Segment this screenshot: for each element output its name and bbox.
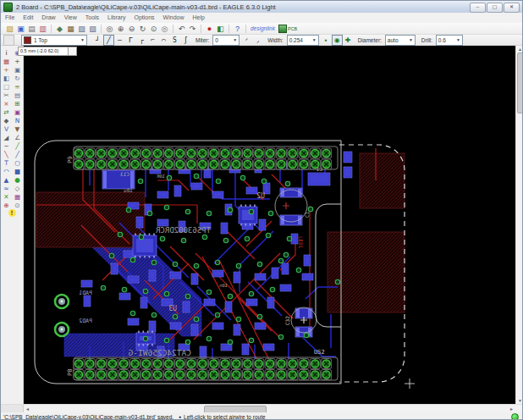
tool-optimize-icon[interactable]: ~ — [2, 141, 12, 150]
help-icon[interactable]: ? — [232, 24, 243, 34]
tool-hole-icon[interactable]: ◇ — [13, 184, 23, 192]
tool-lock-icon[interactable]: ◆ — [2, 116, 12, 124]
wire-bend-style-4[interactable]: ┌ — [136, 35, 147, 46]
tool-wire-icon[interactable]: ╱ — [13, 150, 23, 158]
tool-split-icon[interactable]: ∠ — [13, 133, 23, 141]
tool-change-icon[interactable]: ≡ — [13, 82, 23, 91]
tool-display-icon[interactable]: ▦ — [2, 57, 12, 65]
tool-warning-icon[interactable]: ! — [8, 209, 16, 217]
zoom-redraw-icon[interactable]: ↻ — [137, 24, 148, 34]
wire-bend-style-7[interactable]: S — [169, 35, 180, 46]
open-icon[interactable]: ▨ — [4, 24, 15, 34]
use-library-icon[interactable]: ▦ — [65, 24, 76, 34]
print-icon[interactable]: ▤ — [26, 24, 37, 34]
diameter-select[interactable]: auto ▼ — [385, 35, 416, 46]
menu-window[interactable]: Window — [159, 13, 189, 23]
scroll-left-icon[interactable]: ◄ — [25, 406, 30, 412]
tool-value-icon[interactable]: V — [2, 124, 12, 133]
menu-help[interactable]: Help — [189, 13, 209, 23]
zoom-select-icon[interactable]: ⊙ — [148, 24, 159, 34]
horizontal-scrollbar[interactable]: ◄ ► — [1, 404, 523, 412]
miter-style-0[interactable]: ◜ — [241, 35, 252, 46]
tool-mirror-icon[interactable]: ◧ — [2, 74, 12, 82]
via-shape-0[interactable]: ▪ — [321, 35, 332, 46]
tool-add-icon[interactable]: ⊞ — [13, 99, 23, 108]
scroll-right-icon[interactable]: ► — [509, 406, 514, 412]
layer-color-button[interactable] — [3, 35, 14, 46]
tool-ratsnest-off-icon[interactable]: ▦ — [13, 192, 23, 201]
wire-bend-style-2[interactable]: — — [114, 35, 125, 46]
minimize-button[interactable]: – — [470, 3, 486, 13]
menu-view[interactable]: View — [60, 13, 81, 23]
design-link-button[interactable]: designlink — [250, 25, 275, 31]
menu-draw[interactable]: Draw — [37, 13, 59, 23]
menu-edit[interactable]: Edit — [19, 13, 37, 23]
tool-group-icon[interactable]: □ — [2, 82, 12, 91]
schematic-icon[interactable]: ◆ — [54, 24, 65, 34]
wire-bend-style-1[interactable]: ╱ — [103, 35, 114, 46]
menu-library[interactable]: Library — [103, 13, 129, 23]
drill-select[interactable]: 0.6 ▼ — [436, 35, 463, 46]
pcb-drawing[interactable]: P9P8C1310u10K10nU2U3US2C32C1LED1L1CAT24C… — [24, 46, 515, 404]
vertical-scrollbar[interactable]: ▲ ▼ — [515, 46, 523, 404]
wire-bend-style-6[interactable]: ⌒ — [158, 35, 169, 46]
tool-ratsnest-icon[interactable]: ✕ — [2, 192, 12, 201]
load-sheet-icon[interactable]: ▧ — [76, 24, 87, 34]
tool-errors-icon[interactable]: ⊕ — [2, 201, 12, 209]
miter-style-1[interactable]: ◞ — [252, 35, 263, 46]
menu-options[interactable]: Options — [129, 13, 158, 23]
tool-via-icon[interactable]: ● — [13, 175, 23, 184]
tool-replace-icon[interactable]: ▣ — [13, 108, 23, 116]
tool-paste-icon[interactable]: ▤ — [13, 91, 23, 99]
wire-bend-style-3[interactable]: Γ — [125, 35, 136, 46]
zoom-last-icon[interactable]: ◎ — [159, 24, 170, 34]
tool-info-icon[interactable]: i — [2, 48, 12, 57]
redo-icon[interactable]: ↷ — [187, 24, 198, 34]
zoom-fit-icon[interactable]: ◎ — [104, 24, 115, 34]
pcb-service-button[interactable]: PCB — [278, 25, 297, 33]
tool-route-icon[interactable]: ╱ — [13, 141, 23, 150]
tool-text-icon[interactable]: T — [2, 158, 12, 167]
save-icon[interactable]: ▣ — [15, 24, 26, 34]
zoom-in-icon[interactable]: ⊕ — [115, 24, 126, 34]
tool-circle-icon[interactable]: ○ — [13, 158, 23, 167]
stop-icon[interactable]: ● — [204, 24, 215, 34]
tool-pinswap-icon[interactable]: ⇄ — [2, 108, 12, 116]
tool-arc-icon[interactable]: ◠ — [2, 167, 12, 175]
tool-copy-icon[interactable]: ▣ — [13, 65, 23, 74]
wire-bend-style-8[interactable]: ∫ — [180, 35, 191, 46]
menu-tools[interactable]: Tools — [81, 13, 103, 23]
vertical-scroll-thumb[interactable] — [517, 52, 523, 113]
via-shape-2[interactable]: ✚ — [343, 35, 354, 46]
wire-bend-style-5[interactable]: ⌐ — [147, 35, 158, 46]
undo-icon[interactable]: ↶ — [176, 24, 187, 34]
traffic-light-icon[interactable]: ◧ — [215, 24, 226, 34]
tool-move-icon[interactable]: + — [2, 65, 12, 74]
tool-rect-icon[interactable]: ■ — [13, 167, 23, 175]
save-sheet-icon[interactable]: ▧ — [87, 24, 98, 34]
wire-bend-style-0[interactable]: ┘ — [92, 35, 103, 46]
tool-miter-icon[interactable]: ◢ — [2, 133, 12, 141]
maximize-button[interactable]: ▢ — [487, 3, 503, 13]
menu-file[interactable]: File — [1, 13, 19, 23]
tool-mark-icon[interactable]: + — [13, 57, 23, 65]
tool-rotate-icon[interactable]: ↻ — [13, 74, 23, 82]
tool-drc-icon[interactable]: ⊙ — [13, 201, 23, 209]
tool-delete-icon[interactable]: × — [2, 99, 12, 108]
tool-name-icon[interactable]: N — [13, 116, 23, 124]
tool-polygon-icon[interactable]: ▲ — [2, 175, 12, 184]
layer-select[interactable]: 1 Top ▼ — [21, 35, 87, 46]
miter-select[interactable]: 0 ▼ — [212, 35, 239, 46]
zoom-out-icon[interactable]: ⊖ — [126, 24, 137, 34]
cam-processor-icon[interactable]: ▥ — [37, 24, 48, 34]
tool-signal-icon[interactable]: ≈ — [2, 184, 12, 192]
tool-smash-icon[interactable]: ▼ — [13, 124, 23, 133]
via-shape-1[interactable]: ◉ — [332, 35, 343, 46]
scroll-up-icon[interactable]: ▲ — [516, 47, 523, 52]
close-button[interactable]: ✕ — [504, 3, 520, 13]
board-canvas[interactable]: P9P8C1310u10K10nU2U3US2C32C1LED1L1CAT24C… — [24, 46, 515, 404]
scroll-down-icon[interactable]: ▼ — [516, 398, 523, 403]
tool-cut-icon[interactable]: ✂ — [2, 91, 12, 99]
width-select[interactable]: 0.254 ▼ — [287, 35, 319, 46]
tool-ripup-icon[interactable]: ╲ — [2, 150, 12, 158]
